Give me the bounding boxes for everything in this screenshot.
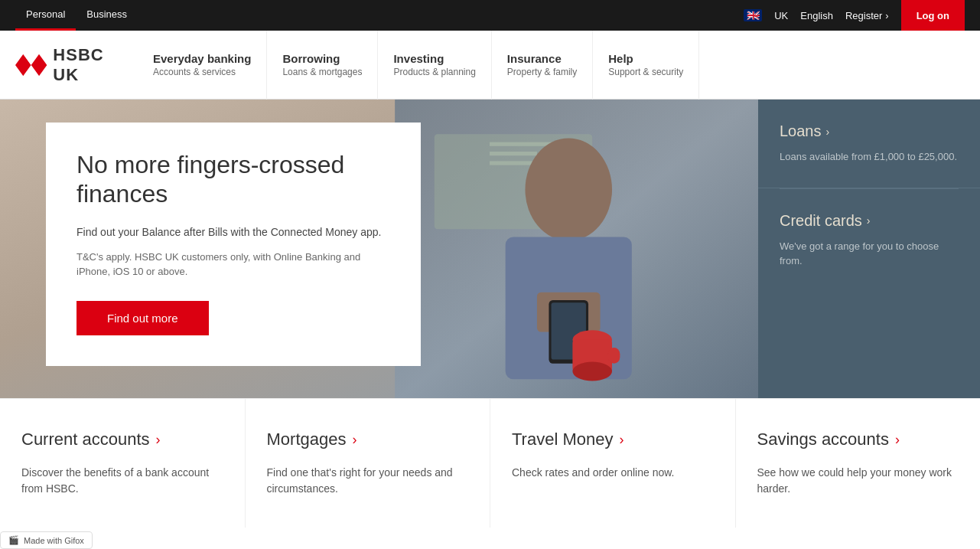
find-out-more-button[interactable]: Find out more [77,301,209,335]
personal-link[interactable]: Personal [15,0,76,31]
current-accounts-desc: Discover the benefits of a bank account … [21,465,223,497]
top-bar: Personal Business 🇬🇧 UK English Register… [0,0,980,31]
loans-chevron-icon: › [826,126,830,138]
mortgages-card[interactable]: Mortgages › Find one that's right for yo… [246,399,491,528]
hero-desc: Find out your Balance after Bills with t… [77,224,390,240]
loans-sidebar-item[interactable]: Loans › Loans available from £1,000 to £… [758,100,980,188]
nav-item-help[interactable]: Help Support & security [593,31,699,100]
business-link[interactable]: Business [76,0,138,31]
travel-money-title: Travel Money › [512,430,714,449]
savings-accounts-card[interactable]: Savings accounts › See how we could help… [736,399,981,528]
logo-area: HSBC UK [15,45,115,85]
nav-item-sub-insurance: Property & family [507,67,577,77]
credit-cards-desc: We've got a range for you to choose from… [780,239,959,269]
svg-rect-8 [490,152,537,155]
mortgages-arrow-icon: › [352,432,357,448]
loans-title: Loans › [780,123,959,140]
nav-item-sub-everyday: Accounts & services [153,67,251,77]
nav-item-borrowing[interactable]: Borrowing Loans & mortgages [267,31,378,100]
hero-image: No more fingers-crossed finances Find ou… [0,100,758,398]
svg-point-10 [525,138,612,240]
nav-item-main-borrowing: Borrowing [282,52,362,65]
register-chevron-icon: › [885,10,888,21]
nav-item-sub-investing: Products & planning [393,67,475,77]
hero-title: No more fingers-crossed finances [77,150,390,209]
hero-desc2: T&C's apply. HSBC UK customers only, wit… [77,250,390,279]
logo-text: HSBC UK [53,45,115,85]
credit-chevron-icon: › [867,214,871,227]
hsbc-diamond-icon [15,51,47,80]
nav-item-sub-borrowing: Loans & mortgages [282,67,362,77]
nav-item-investing[interactable]: Investing Products & planning [378,31,491,100]
hsbc-logo[interactable]: HSBC UK [15,45,115,85]
nav-item-main-help: Help [608,52,683,65]
current-accounts-card[interactable]: Current accounts › Discover the benefits… [0,399,246,528]
travel-money-desc: Check rates and order online now. [512,465,714,481]
credit-cards-title: Credit cards › [780,212,959,230]
savings-accounts-title: Savings accounts › [757,430,959,449]
nav-item-main-insurance: Insurance [507,52,577,65]
loans-desc: Loans available from £1,000 to £25,000. [780,149,959,165]
travel-money-arrow-icon: › [619,432,623,448]
credit-cards-sidebar-item[interactable]: Credit cards › We've got a range for you… [758,189,980,292]
svg-rect-18 [608,348,620,364]
top-bar-nav: Personal Business [15,0,138,31]
savings-accounts-desc: See how we could help your money work ha… [757,465,959,497]
bottom-cards: Current accounts › Discover the benefits… [0,398,980,528]
current-accounts-title: Current accounts › [21,430,223,449]
language-link[interactable]: English [800,10,833,21]
logon-button[interactable]: Log on [901,0,965,31]
register-link[interactable]: Register › [845,10,889,21]
hero-sidebar: Loans › Loans available from £1,000 to £… [758,100,980,398]
hero-card: No more fingers-crossed finances Find ou… [46,123,421,366]
nav-item-everyday-banking[interactable]: Everyday banking Accounts & services [138,31,267,100]
travel-money-card[interactable]: Travel Money › Check rates and order onl… [490,399,736,528]
nav-item-insurance[interactable]: Insurance Property & family [492,31,593,100]
hero-section: No more fingers-crossed finances Find ou… [0,100,980,398]
nav-item-main-investing: Investing [393,52,475,65]
nav-item-sub-help: Support & security [608,67,683,77]
mortgages-title: Mortgages › [267,430,469,449]
svg-rect-7 [490,142,553,146]
uk-region-link[interactable]: UK [774,10,788,21]
register-label: Register [845,10,882,21]
mortgages-desc: Find one that's right for your needs and… [267,465,469,497]
nav-items: Everyday banking Accounts & services Bor… [138,31,699,100]
nav-item-main-everyday: Everyday banking [153,52,251,65]
main-nav: HSBC UK Everyday banking Accounts & serv… [0,31,980,100]
savings-accounts-arrow-icon: › [895,432,900,448]
svg-point-17 [572,362,612,381]
uk-flag-icon: 🇬🇧 [744,9,762,21]
current-accounts-arrow-icon: › [156,432,161,448]
top-bar-right: 🇬🇧 UK English Register › Log on [744,0,965,31]
